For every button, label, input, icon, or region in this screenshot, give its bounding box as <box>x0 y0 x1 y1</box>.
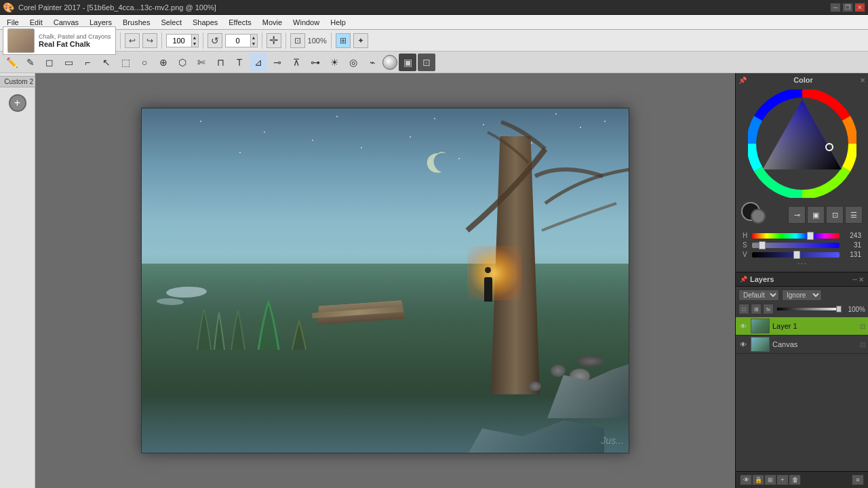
s-slider[interactable] <box>752 243 840 248</box>
layer-lock[interactable]: 🔒 <box>752 474 764 485</box>
layer-new[interactable]: □ <box>738 304 749 314</box>
v-slider[interactable] <box>752 252 840 258</box>
move-tool[interactable]: ✛ <box>267 33 281 48</box>
grid-toggle[interactable]: ⊞ <box>336 33 351 48</box>
opacity-thumb[interactable] <box>836 306 842 312</box>
color-options[interactable]: ⊡ <box>826 206 844 224</box>
layers-close[interactable]: ✕ <box>859 276 864 283</box>
size-input[interactable] <box>167 37 191 45</box>
menu-brushes[interactable]: Brushes <box>117 15 155 29</box>
bucket-tool[interactable]: ⊓ <box>212 54 229 71</box>
layer-1-visibility[interactable]: 👁 <box>738 321 748 331</box>
layer-row-canvas[interactable]: 👁 Canvas ⊡ <box>736 336 868 354</box>
color-palette[interactable]: ☰ <box>845 206 863 224</box>
secondary-color-swatch[interactable] <box>751 209 766 224</box>
layers-menu[interactable]: ≡ <box>852 474 864 485</box>
guide-toggle[interactable]: ✦ <box>353 33 368 48</box>
title-bar-controls[interactable]: ─ ❐ ✕ <box>830 3 865 12</box>
custom-tab[interactable]: Custom 2 <box>0 76 38 87</box>
s-thumb[interactable] <box>759 241 766 249</box>
h-thumb[interactable] <box>807 232 814 240</box>
color-wheel-container[interactable] <box>738 87 865 201</box>
menu-window[interactable]: Window <box>288 15 325 29</box>
redo-button[interactable]: ↪ <box>142 33 157 48</box>
select-lasso[interactable]: ○ <box>136 54 153 71</box>
select-tool[interactable]: ↖ <box>98 54 115 71</box>
eyedropper-tool[interactable]: ⊸ <box>269 54 286 71</box>
color-dropper[interactable]: ⊸ <box>788 206 806 224</box>
h-value: 243 <box>842 232 861 239</box>
brush-tool[interactable]: ✏️ <box>3 54 20 71</box>
opacity-slider[interactable] <box>776 307 842 311</box>
rotation-spinner[interactable]: ▲ ▼ <box>225 34 258 47</box>
shape-path[interactable]: ⌐ <box>79 54 96 71</box>
layers-icons: □ ⊞ fx <box>738 304 774 314</box>
size-up[interactable]: ▲ <box>191 35 198 41</box>
swatch-panel[interactable]: ▣ <box>399 54 416 71</box>
layers-collapse[interactable]: ─ <box>852 276 857 283</box>
select-rect[interactable]: ⬚ <box>117 54 134 71</box>
text-tool[interactable]: T <box>231 54 248 71</box>
smudge-tool[interactable]: ⊶ <box>307 54 324 71</box>
close-button[interactable]: ✕ <box>854 3 865 12</box>
reset-button[interactable]: ↺ <box>208 33 222 48</box>
canvas-visibility[interactable]: 👁 <box>738 340 748 349</box>
warp-tool[interactable]: ⬡ <box>174 54 191 71</box>
menu-help[interactable]: Help <box>325 15 351 29</box>
layer-fx[interactable]: fx <box>763 304 774 314</box>
swatch-tools: ⊸ ▣ ⊡ ☰ <box>788 206 863 224</box>
canvas-badge[interactable]: ⊡ <box>860 341 865 348</box>
painting-canvas[interactable]: Jus... <box>141 108 629 453</box>
rotation-down[interactable]: ▼ <box>250 41 257 47</box>
menu-shapes[interactable]: Shapes <box>187 15 223 29</box>
watermark: Jus... <box>601 435 623 446</box>
canvas-area[interactable]: Jus... <box>35 73 735 488</box>
size-spinner[interactable]: ▲ ▼ <box>166 34 199 47</box>
divider-3 <box>203 33 203 49</box>
layer-visibility-toggle[interactable]: 👁 <box>740 474 752 485</box>
palette-tool[interactable]: ⊡ <box>418 54 435 71</box>
v-thumb[interactable] <box>793 251 800 259</box>
color-circle[interactable] <box>382 55 397 70</box>
brush-info: Chalk, Pastel and Crayons Real Fat Chalk <box>3 26 116 55</box>
menu-select[interactable]: Select <box>155 15 187 29</box>
liquefy-tool[interactable]: ⌁ <box>363 54 381 71</box>
zoom-fit[interactable]: ⊡ <box>290 33 305 48</box>
rotation-input[interactable] <box>226 37 250 45</box>
blend-tool[interactable]: ⊼ <box>288 54 305 71</box>
menu-movie[interactable]: Movie <box>257 15 288 29</box>
composite-select[interactable]: Ignore Normal <box>782 289 822 301</box>
blend-mode-select[interactable]: Default Multiply Screen <box>738 289 779 301</box>
burn-tool[interactable]: ◎ <box>344 54 362 71</box>
h-slider[interactable] <box>752 233 840 239</box>
layer-group[interactable]: ⊞ <box>751 304 762 314</box>
layer-1-badge[interactable]: ⊡ <box>860 323 865 330</box>
clone-tool[interactable]: ✄ <box>193 54 210 71</box>
eraser-tool[interactable]: ◻ <box>41 54 58 71</box>
layer-row-1[interactable]: 👁 Layer 1 ⊡ <box>736 317 868 336</box>
layer-add[interactable]: + <box>776 474 789 485</box>
menu-effects[interactable]: Effects <box>223 15 256 29</box>
shape-rect[interactable]: ▭ <box>60 54 77 71</box>
layer-1-thumbnail <box>751 319 770 333</box>
add-brush-button[interactable]: + <box>9 94 26 112</box>
layer-add-group[interactable]: ⊞ <box>764 474 776 485</box>
maximize-button[interactable]: ❐ <box>842 3 853 12</box>
minimize-button[interactable]: ─ <box>830 3 841 12</box>
rotation-up[interactable]: ▲ <box>250 35 257 41</box>
shape-tool[interactable]: ⊿ <box>250 54 267 71</box>
undo-button[interactable]: ↩ <box>125 33 140 48</box>
color-sample[interactable]: ▣ <box>807 206 825 224</box>
transform-tool[interactable]: ⊕ <box>155 54 172 71</box>
color-swatch-container[interactable] <box>741 202 775 228</box>
star <box>312 140 313 141</box>
brush-text: Chalk, Pastel and Crayons Real Fat Chalk <box>39 33 111 48</box>
dodge-tool[interactable]: ☀ <box>326 54 343 71</box>
pencil-tool[interactable]: ✎ <box>22 54 39 71</box>
brush-name: Real Fat Chalk <box>39 40 111 48</box>
size-down[interactable]: ▼ <box>191 41 198 47</box>
triangle-dark[interactable] <box>763 100 842 169</box>
color-wheel-svg[interactable] <box>748 89 856 198</box>
layer-delete[interactable]: 🗑 <box>789 474 801 485</box>
color-panel-close[interactable]: ✕ <box>860 77 865 84</box>
